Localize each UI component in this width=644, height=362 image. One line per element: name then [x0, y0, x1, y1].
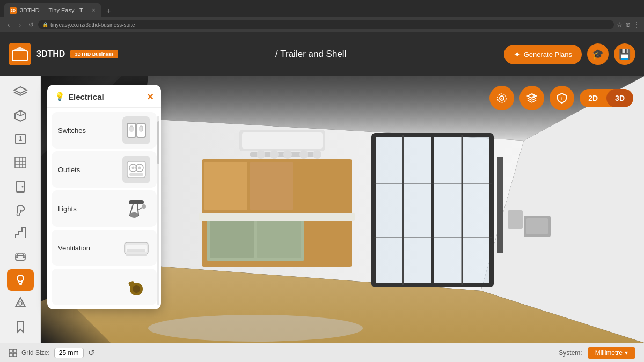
reset-rotation-btn[interactable]: ↺ — [88, 348, 95, 358]
sidebar-item-fill[interactable] — [7, 293, 34, 314]
logo-area: 3DTHD 3DTHD Business — [9, 43, 118, 65]
nav-reload[interactable]: ↺ — [27, 21, 35, 28]
browser-menu-icon[interactable]: ⋮ — [633, 21, 640, 28]
sidebar-item-bookmark[interactable] — [7, 316, 34, 337]
svg-point-70 — [142, 204, 146, 209]
save-button[interactable]: 💾 — [614, 43, 635, 65]
cube-icon — [13, 109, 27, 123]
svg-rect-30 — [508, 210, 523, 229]
business-badge: 3DTHD Business — [70, 50, 118, 58]
svg-rect-87 — [13, 353, 17, 357]
svg-point-33 — [148, 315, 363, 342]
help-button[interactable]: 🎓 — [587, 43, 609, 65]
outlets-icon — [122, 156, 150, 183]
tab-title: 3DTHD — Tiny Easy - T — [20, 7, 83, 13]
panel-item-ventilation[interactable]: Ventilation — [52, 230, 157, 266]
svg-point-20 — [270, 150, 279, 159]
view-2d-btn[interactable]: 2D — [580, 89, 606, 107]
bookmark-icon — [13, 320, 27, 334]
svg-point-22 — [299, 150, 308, 159]
svg-point-68 — [130, 212, 138, 218]
svg-point-64 — [132, 167, 135, 169]
panel-item-camera[interactable] — [52, 269, 157, 305]
layers-icon — [13, 85, 28, 100]
svg-rect-11 — [296, 162, 349, 210]
camera-icon — [122, 273, 150, 301]
panel-item-lights[interactable]: Lights — [52, 190, 157, 227]
left-sidebar: 1 — [0, 76, 41, 343]
layers-control-btn[interactable] — [519, 86, 544, 110]
sidebar-item-layers[interactable] — [7, 82, 34, 103]
ventilation-icon — [122, 234, 150, 262]
sidebar-item-cube[interactable] — [7, 105, 34, 127]
settings-control-btn[interactable]: i — [550, 86, 574, 110]
panel-close-button[interactable]: × — [147, 91, 153, 102]
layers-control-icon — [525, 92, 538, 105]
svg-rect-17 — [242, 132, 323, 149]
camera-view-icon — [495, 92, 508, 105]
floor-icon: 1 — [13, 132, 27, 146]
app-header: 3DTHD 3DTHD Business / Trailer and Shell… — [0, 32, 644, 76]
svg-rect-40 — [15, 157, 26, 168]
lights-icon — [122, 195, 150, 223]
camera-control-btn[interactable] — [489, 86, 514, 110]
svg-rect-85 — [13, 349, 17, 352]
sidebar-item-door[interactable] — [7, 175, 34, 197]
svg-point-55 — [19, 302, 22, 305]
svg-point-51 — [17, 275, 24, 282]
panel-item-outlets[interactable]: Outlets — [52, 151, 157, 188]
svg-rect-50 — [18, 253, 23, 256]
svg-rect-66 — [129, 173, 143, 176]
fill-icon — [13, 296, 27, 310]
browser-tabs: 3D 3DTHD — Tiny Easy - T × + — [0, 0, 644, 17]
browser-ext-icon[interactable]: ⊕ — [625, 21, 631, 28]
tab-close-btn[interactable]: × — [92, 6, 96, 14]
svg-rect-15 — [199, 213, 355, 221]
browser-star-icon[interactable]: ☆ — [617, 21, 623, 28]
view-controls: i 2D 3D — [489, 86, 633, 110]
stairs-icon — [13, 226, 27, 240]
svg-rect-0 — [12, 51, 27, 61]
door-icon — [13, 179, 27, 193]
dropdown-arrow-icon: ▾ — [625, 349, 628, 357]
svg-point-23 — [313, 150, 321, 159]
svg-point-77 — [133, 285, 140, 293]
browser-bar: ‹ › ↺ 🔒 tinyeasy.co.nz/3dthd-business-su… — [0, 17, 644, 32]
svg-point-19 — [257, 150, 265, 159]
sidebar-item-grid[interactable] — [7, 152, 34, 173]
panel-item-switches[interactable]: Switches — [52, 112, 157, 149]
ventilation-label: Ventilation — [58, 244, 90, 252]
logo-text: 3DTHD — [36, 49, 65, 59]
lock-icon: 🔒 — [42, 22, 48, 27]
generate-plans-button[interactable]: ✦ Generate Plans — [504, 45, 582, 64]
svg-point-21 — [283, 150, 292, 159]
panel-scrollbar[interactable] — [157, 116, 159, 305]
millimetre-btn[interactable]: Millimetre ▾ — [588, 347, 635, 359]
view-3d-btn[interactable]: 3D — [606, 89, 633, 107]
sidebar-item-stairs[interactable] — [7, 222, 34, 243]
panel-title: Electrical — [68, 92, 104, 101]
sidebar-item-sofa[interactable] — [7, 246, 34, 267]
address-bar[interactable]: 🔒 tinyeasy.co.nz/3dthd-business-suite — [38, 20, 614, 29]
panel-scroll-thumb — [157, 121, 159, 164]
nav-forward[interactable]: › — [16, 20, 24, 29]
header-title: / Trailer and Shell — [125, 49, 497, 60]
svg-marker-1 — [12, 47, 27, 51]
svg-rect-14 — [257, 218, 301, 258]
svg-rect-32 — [526, 218, 548, 234]
new-tab-btn[interactable]: + — [102, 4, 115, 17]
outlets-label: Outlets — [58, 166, 80, 174]
header-actions: ✦ Generate Plans 🎓 💾 — [504, 43, 635, 65]
grid-size-label: Grid Size: — [21, 349, 50, 357]
grid-size-input[interactable] — [54, 348, 84, 358]
svg-rect-67 — [129, 200, 144, 204]
active-tab[interactable]: 3D 3DTHD — Tiny Easy - T × — [4, 3, 101, 17]
nav-back[interactable]: ‹ — [4, 20, 13, 29]
system-label: System: — [559, 349, 582, 357]
generate-label: Generate Plans — [524, 50, 572, 58]
sidebar-item-paint[interactable] — [7, 199, 34, 220]
sidebar-item-floor[interactable]: 1 — [7, 128, 34, 150]
svg-rect-75 — [126, 254, 147, 256]
sidebar-item-light[interactable] — [7, 269, 34, 291]
svg-rect-10 — [250, 162, 293, 210]
